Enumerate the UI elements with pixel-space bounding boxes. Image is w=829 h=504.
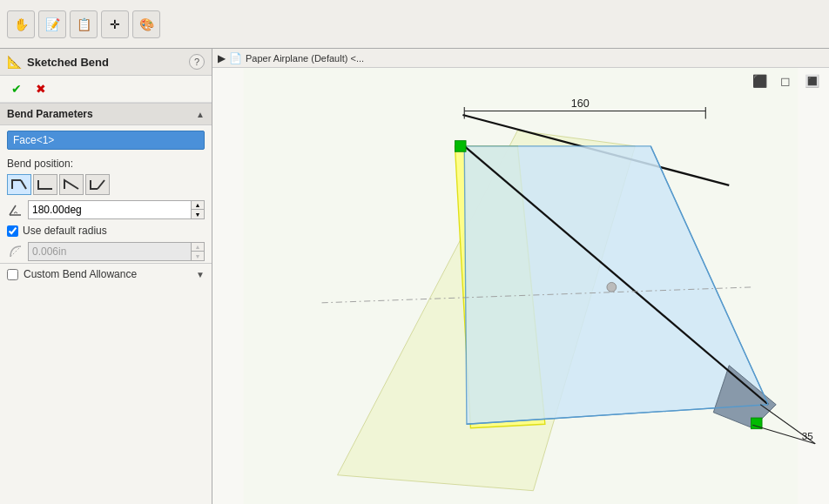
radius-input-wrap: 0.006in ▲ ▼ <box>28 242 205 261</box>
view-icon-1[interactable]: ⬛ <box>749 71 770 91</box>
top-toolbar: ✋ 📝 📋 ✛ 🎨 <box>0 0 829 49</box>
angle-icon <box>7 201 24 218</box>
bend-position-row <box>0 172 212 198</box>
radius-decrement-button: ▼ <box>192 252 204 260</box>
top-right-icons: ⬛ ◻ 🔳 <box>749 71 822 91</box>
bend-parameters-section[interactable]: Bend Parameters ▲ <box>0 103 212 125</box>
sketched-bend-icon: 📐 <box>7 55 22 69</box>
section-collapse-icon: ▲ <box>196 110 205 119</box>
move-tool-button[interactable]: ✛ <box>101 10 129 38</box>
accept-reject-row: ✔ ✖ <box>0 76 212 103</box>
angle-spinners: ▲ ▼ <box>191 201 204 218</box>
svg-line-0 <box>21 180 26 189</box>
accept-button[interactable]: ✔ <box>7 79 26 98</box>
3d-viewport[interactable]: 160 35 <box>212 68 829 504</box>
angle-row: 180.00deg ▲ ▼ <box>0 198 212 221</box>
breadcrumb-icon: ▶ <box>218 52 226 64</box>
part-icon: 📄 <box>229 52 242 64</box>
note-tool-button[interactable]: 📝 <box>38 10 66 38</box>
custom-bend-allowance-row[interactable]: Custom Bend Allowance ▼ <box>0 263 212 285</box>
use-default-radius-label[interactable]: Use default radius <box>23 225 107 237</box>
color-tool-button[interactable]: 🎨 <box>132 10 160 38</box>
svg-text:160: 160 <box>571 97 590 110</box>
copy-tool-button[interactable]: 📋 <box>70 10 98 38</box>
bend-pos-1-button[interactable] <box>7 174 31 195</box>
svg-text:35: 35 <box>802 430 814 441</box>
custom-bend-label[interactable]: Custom Bend Allowance <box>24 268 137 280</box>
angle-increment-button[interactable]: ▲ <box>192 201 204 210</box>
left-panel: 📐 Sketched Bend ? ✔ ✖ Bend Parameters ▲ … <box>0 49 212 504</box>
panel-title: Sketched Bend <box>27 56 109 69</box>
view-icon-2[interactable]: ◻ <box>775 71 796 91</box>
canvas-area: ▶ 📄 Paper Airplane (Default) <... ◀ <box>212 49 829 504</box>
radius-row: 0.006in ▲ ▼ <box>0 240 212 263</box>
use-default-radius-checkbox[interactable] <box>7 225 18 237</box>
reject-button[interactable]: ✖ <box>31 79 51 98</box>
bend-parameters-label: Bend Parameters <box>7 108 93 120</box>
bend-position-label: Bend position: <box>0 155 212 172</box>
hand-tool-button[interactable]: ✋ <box>7 10 35 38</box>
svg-point-24 <box>607 282 617 292</box>
svg-line-3 <box>10 205 16 215</box>
svg-line-1 <box>98 180 104 189</box>
use-default-radius-row: Use default radius <box>0 221 212 240</box>
custom-bend-left: Custom Bend Allowance <box>7 268 137 280</box>
svg-rect-15 <box>455 141 466 152</box>
custom-bend-expand-icon[interactable]: ▼ <box>196 270 205 279</box>
view-icon-3[interactable]: 🔳 <box>801 71 822 91</box>
angle-decrement-button[interactable]: ▼ <box>192 210 204 218</box>
radius-spinners: ▲ ▼ <box>191 243 204 260</box>
custom-bend-checkbox[interactable] <box>7 269 18 280</box>
bend-pos-4-button[interactable] <box>85 174 110 195</box>
radius-input: 0.006in <box>29 243 191 260</box>
bend-pos-2-button[interactable] <box>33 174 57 195</box>
bend-pos-3-button[interactable] <box>59 174 84 195</box>
panel-header: 📐 Sketched Bend ? <box>0 49 212 76</box>
radius-increment-button: ▲ <box>192 243 204 252</box>
breadcrumb-text: Paper Airplane (Default) <... <box>246 53 364 64</box>
scene-svg: 160 35 <box>212 68 829 504</box>
angle-input[interactable]: 180.00deg <box>29 201 191 218</box>
angle-input-wrap: 180.00deg ▲ ▼ <box>28 200 205 219</box>
face-input[interactable]: Face<1> <box>7 131 205 150</box>
radius-icon <box>7 243 24 260</box>
breadcrumb-bar: ▶ 📄 Paper Airplane (Default) <... <box>212 49 829 68</box>
help-button[interactable]: ? <box>189 54 205 70</box>
main-area: 📐 Sketched Bend ? ✔ ✖ Bend Parameters ▲ … <box>0 49 829 504</box>
